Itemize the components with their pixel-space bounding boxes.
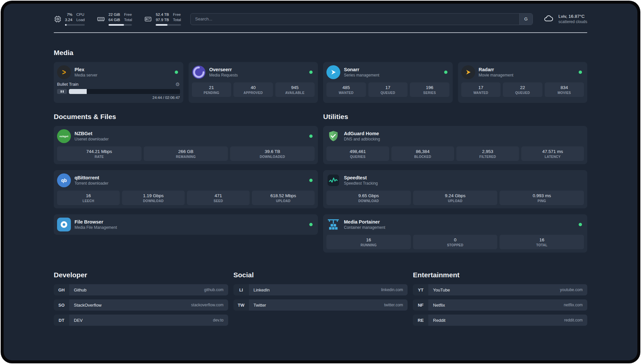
service-name: File Browser bbox=[75, 219, 117, 225]
service-subtitle: Media server bbox=[75, 73, 97, 77]
section-media: Media > Plex Media server Bullet Train ⚙ bbox=[54, 49, 587, 103]
service-card-portainer[interactable]: Media Portainer Container management 16 … bbox=[323, 214, 587, 253]
app-window: 7% 3.24 CPU Load bbox=[1, 1, 640, 363]
section-documents: Documents & Files nzbget NZBGet Usenet d… bbox=[54, 113, 318, 253]
stat-downloaded: 39.6 TB DOWNLOADED bbox=[230, 146, 315, 161]
pause-button[interactable] bbox=[57, 89, 67, 94]
qbittorrent-icon: qb bbox=[57, 173, 71, 187]
stat-ping: 0.993 ms PING bbox=[500, 191, 584, 205]
gear-icon[interactable]: ⚙ bbox=[175, 82, 180, 87]
service-subtitle: Media File Management bbox=[75, 225, 117, 230]
service-subtitle: Movie management bbox=[479, 73, 513, 77]
service-card-sonarr[interactable]: Sonarr Series management 485 WANTED 17 Q… bbox=[323, 62, 453, 103]
stat-approved: 40 APPROVED bbox=[233, 82, 273, 97]
bookmark-linkedin[interactable]: LI LinkedIn linkedin.com bbox=[233, 284, 408, 295]
cloud-icon bbox=[542, 14, 555, 25]
service-name: Plex bbox=[75, 67, 97, 72]
bookmark-stackoverflow[interactable]: SO StackOverflow stackoverflow.com bbox=[54, 299, 228, 311]
service-subtitle: Container management bbox=[344, 225, 385, 230]
stat-filtered: 2,953 FILTERED bbox=[456, 146, 519, 161]
nzbget-icon: nzbget bbox=[57, 129, 71, 143]
status-dot bbox=[579, 223, 582, 226]
disk-total-value: 97.9 TB bbox=[156, 17, 169, 23]
seek-bar[interactable] bbox=[69, 89, 180, 94]
service-card-nzbget[interactable]: nzbget NZBGet Usenet downloader 744.21 M… bbox=[54, 126, 318, 164]
stat-pending: 21 PENDING bbox=[192, 82, 231, 97]
service-name: Media Portainer bbox=[344, 219, 385, 225]
service-subtitle: Media Requests bbox=[209, 73, 238, 77]
stat-stopped: 0 STOPPED bbox=[413, 235, 498, 249]
status-dot bbox=[309, 71, 313, 74]
stat-series: 196 SERIES bbox=[410, 82, 449, 97]
service-name: Radarr bbox=[479, 67, 513, 72]
dashboard: 7% 3.24 CPU Load bbox=[4, 4, 637, 360]
memory-icon bbox=[97, 15, 105, 23]
cpu-load-label: Load bbox=[76, 17, 85, 23]
service-subtitle: Torrent downloader bbox=[75, 181, 108, 186]
radarr-icon bbox=[461, 65, 475, 79]
service-subtitle: DNS and adblocking bbox=[344, 137, 380, 141]
topbar-divider bbox=[54, 32, 587, 33]
service-card-radarr[interactable]: Radarr Movie management 17 WANTED 22 QUE… bbox=[458, 62, 588, 103]
resource-widgets: 7% 3.24 CPU Load bbox=[54, 12, 181, 26]
plex-now-playing: Bullet Train ⚙ 24:44 / 02:06:47 bbox=[57, 82, 180, 100]
disk-icon bbox=[144, 15, 152, 23]
service-subtitle: Speedtest Tracking bbox=[344, 181, 378, 186]
search-input[interactable] bbox=[191, 14, 519, 25]
bookmark-group-entertainment: Entertainment YT YouTube youtube.com NF … bbox=[413, 271, 587, 326]
stat-wanted: 17 WANTED bbox=[461, 82, 501, 97]
status-dot bbox=[309, 223, 313, 226]
cpu-load-value: 3.24 bbox=[65, 17, 72, 23]
service-card-qbittorrent[interactable]: qb qBittorrent Torrent downloader 16 LEE… bbox=[54, 170, 318, 208]
disk-widget: 52.4 TB 97.9 TB Free Total bbox=[144, 12, 181, 26]
sonarr-icon bbox=[326, 65, 340, 79]
speedtest-icon bbox=[326, 173, 340, 187]
service-card-speedtest[interactable]: Speedtest Speedtest Tracking 9.65 Gbps D… bbox=[323, 170, 587, 208]
disk-progress-bar bbox=[156, 24, 181, 26]
status-dot bbox=[175, 71, 178, 74]
bookmark-twitter[interactable]: TW Twitter twitter.com bbox=[233, 299, 408, 311]
stat-movies: 834 MOVIES bbox=[545, 82, 584, 97]
cpu-widget: 7% 3.24 CPU Load bbox=[54, 12, 85, 26]
service-card-overseerr[interactable]: Overseerr Media Requests 21 PENDING 40 A… bbox=[189, 62, 318, 103]
service-card-plex[interactable]: > Plex Media server Bullet Train ⚙ bbox=[54, 62, 183, 103]
cpu-label: CPU bbox=[76, 12, 85, 17]
search-provider-button[interactable]: G bbox=[519, 14, 533, 25]
bookmark-group-social: Social LI LinkedIn linkedin.com TW Twitt… bbox=[233, 271, 408, 326]
stat-available: 945 AVAILABLE bbox=[275, 82, 315, 97]
adguard-icon bbox=[326, 129, 340, 143]
status-dot bbox=[579, 71, 582, 74]
bookmark-reddit[interactable]: RE Reddit reddit.com bbox=[413, 315, 587, 326]
service-card-adguard[interactable]: AdGuard Home DNS and adblocking 498,461 … bbox=[323, 126, 587, 164]
section-title-social: Social bbox=[233, 271, 408, 279]
disk-total-label: Total bbox=[173, 17, 181, 23]
stat-total: 16 TOTAL bbox=[500, 235, 584, 249]
stat-remaining: 266 GB REMAINING bbox=[144, 146, 228, 161]
section-title-media: Media bbox=[54, 49, 587, 57]
disk-free-label: Free bbox=[173, 12, 181, 17]
bookmark-dev[interactable]: DT DEV dev.to bbox=[54, 315, 228, 326]
weather-location: Lviv, 16.87°C bbox=[559, 14, 587, 19]
bookmark-youtube[interactable]: YT YouTube youtube.com bbox=[413, 284, 587, 295]
memory-progress-bar bbox=[108, 24, 132, 26]
weather-widget: Lviv, 16.87°C scattered clouds bbox=[542, 14, 587, 25]
stat-seed: 471 SEED bbox=[187, 191, 250, 205]
topbar: 7% 3.24 CPU Load bbox=[54, 12, 587, 26]
stat-rate: 744.21 Mbps RATE bbox=[57, 146, 141, 161]
service-card-filebrowser[interactable]: File Browser Media File Management bbox=[54, 214, 318, 235]
stat-queued: 17 QUEUED bbox=[368, 82, 408, 97]
stat-running: 16 RUNNING bbox=[326, 235, 411, 249]
bookmark-github[interactable]: GH Github github.com bbox=[54, 284, 228, 295]
status-dot bbox=[444, 71, 447, 74]
bookmark-netflix[interactable]: NF Netflix netflix.com bbox=[413, 299, 587, 311]
disk-free-value: 52.4 TB bbox=[156, 12, 169, 17]
section-utilities: Utilities AdGuard Home bbox=[323, 113, 587, 253]
memory-free-label: Free bbox=[124, 12, 132, 17]
memory-free-value: 22 GiB bbox=[108, 12, 120, 17]
stat-queries: 498,461 QUERIES bbox=[326, 146, 389, 161]
overseerr-icon bbox=[192, 65, 206, 79]
search-bar: G bbox=[190, 13, 533, 25]
section-title-utilities: Utilities bbox=[323, 113, 587, 121]
stat-leech: 16 LEECH bbox=[57, 191, 120, 205]
portainer-icon bbox=[326, 218, 340, 231]
